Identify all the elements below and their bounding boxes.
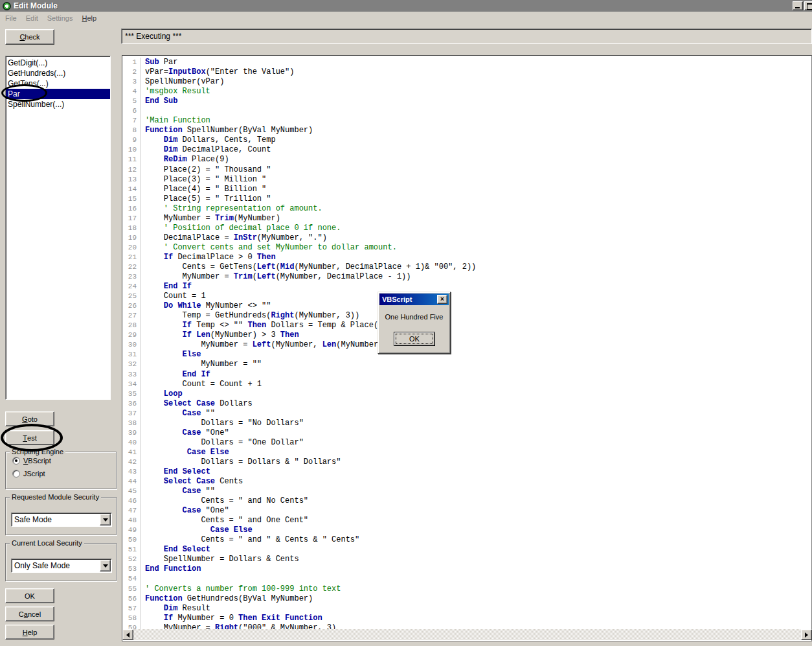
code-line[interactable]: 5End Sub (124, 97, 811, 106)
menu-item-settings[interactable]: Settings (43, 14, 78, 23)
radio-icon[interactable] (12, 470, 20, 478)
code-line[interactable]: 19 DecimalPlace = InStr(MyNumber, ".") (124, 233, 811, 243)
list-item[interactable]: GetTens(...) (6, 78, 110, 89)
local-security-select[interactable]: Only Safe Mode (11, 559, 112, 573)
code-line[interactable]: 43 End Select (124, 467, 811, 477)
code-line[interactable]: 58 If MyNumber = 0 Then Exit Function (124, 614, 811, 623)
code-line[interactable]: 46 Cents = " and No Cents" (124, 496, 811, 506)
menu-item-help[interactable]: Help (78, 14, 102, 23)
window-title: Edit Module (14, 1, 791, 10)
ok-button[interactable]: OK (5, 588, 54, 603)
arrow-left-icon[interactable] (122, 629, 133, 640)
code-text: 'msgbox Result (145, 87, 210, 97)
code-line[interactable]: 23 MyNumber = Trim(Left(MyNumber, Decima… (124, 272, 811, 282)
radio-vbscript[interactable]: VBScript (12, 456, 116, 465)
code-line[interactable]: 31 Else (124, 350, 811, 360)
code-line[interactable]: 16 ' String representation of amount. (124, 204, 811, 214)
code-line[interactable]: 13 Place(3) = " Million " (124, 175, 811, 185)
code-line[interactable]: 10 Dim DecimalPlace, Count (124, 145, 811, 155)
code-line[interactable]: 4'msgbox Result (124, 87, 811, 97)
code-line[interactable]: 37 Case "" (124, 409, 811, 419)
line-number: 33 (124, 370, 141, 380)
code-line[interactable]: 9 Dim Dollars, Cents, Temp (124, 135, 811, 145)
code-line[interactable]: 47 Case "One" (124, 506, 811, 516)
code-line[interactable]: 36 Select Case Dollars (124, 399, 811, 409)
menu-item-file[interactable]: File (1, 14, 22, 23)
list-item[interactable]: GetHundreds(...) (6, 68, 110, 78)
code-line[interactable]: 27 Temp = GetHundreds(Right(MyNumber, 3)… (124, 311, 811, 321)
code-line[interactable]: 32 MyNumber = "" (124, 360, 811, 369)
line-number: 47 (124, 506, 141, 516)
code-line[interactable]: 20 ' Convert cents and set MyNumber to d… (124, 243, 811, 253)
code-line[interactable]: 15 Place(5) = " Trillion " (124, 194, 811, 204)
code-line[interactable]: 42 Dollars = Dollars & " Dollars" (124, 457, 811, 467)
chevron-down-icon[interactable] (100, 560, 111, 571)
minimize-icon[interactable] (793, 1, 803, 10)
code-line[interactable]: 11 ReDim Place(9) (124, 155, 811, 165)
code-line[interactable]: 35 Loop (124, 389, 811, 399)
code-line[interactable]: 41 Case Else (124, 448, 811, 457)
code-line[interactable]: 39 Case "One" (124, 428, 811, 438)
status-field[interactable]: *** Executing *** (121, 29, 812, 44)
code-line[interactable]: 2vPar=InputBox("Enter the Value") (124, 67, 811, 77)
code-line[interactable]: 40 Dollars = "One Dollar" (124, 438, 811, 448)
code-line[interactable]: 34 Count = Count + 1 (124, 380, 811, 389)
check-button[interactable]: Check (5, 29, 54, 45)
code-line[interactable]: 21 If DecimalPlace > 0 Then (124, 253, 811, 262)
test-button[interactable]: Test (5, 430, 54, 445)
code-text: SpellNumber(vPar) (145, 77, 224, 87)
dialog-title-bar[interactable]: VBScript × (379, 294, 449, 305)
code-line[interactable]: 53End Function (124, 564, 811, 574)
code-line[interactable]: 7'Main Function (124, 116, 811, 126)
code-line[interactable]: 45 Case "" (124, 487, 811, 496)
code-line[interactable]: 33 End If (124, 370, 811, 380)
code-line[interactable]: 56Function GetHundreds(ByVal MyNumber) (124, 594, 811, 604)
code-line[interactable]: 1Sub Par (124, 58, 811, 67)
code-line[interactable]: 26 Do While MyNumber <> "" (124, 301, 811, 311)
code-line[interactable]: 25 Count = 1 (124, 292, 811, 301)
list-item[interactable]: SpellNumber(...) (6, 99, 110, 110)
code-line[interactable]: 48 Cents = " and One Cent" (124, 516, 811, 525)
code-line[interactable]: 49 Case Else (124, 525, 811, 535)
code-line[interactable]: 52 SpellNumber = Dollars & Cents (124, 555, 811, 564)
code-line[interactable]: 29 If Len(MyNumber) > 3 Then (124, 330, 811, 340)
code-line[interactable]: 28 If Temp <> "" Then Dollars = Temp & P… (124, 321, 811, 330)
code-line[interactable]: 12 Place(2) = " Thousand " (124, 165, 811, 175)
requested-security-select[interactable]: Safe Mode (11, 513, 112, 527)
code-text: Place(4) = " Billion " (145, 185, 266, 194)
code-line[interactable]: 30 MyNumber = Left(MyNumber, Len(MyNumbe… (124, 340, 811, 350)
code-line[interactable]: 50 Cents = " and " & Cents & " Cents" (124, 535, 811, 545)
code-line[interactable]: 57 Dim Result (124, 604, 811, 614)
code-line[interactable]: 38 Dollars = "No Dollars" (124, 419, 811, 428)
radio-icon[interactable] (12, 457, 20, 465)
code-line[interactable]: 54 (124, 574, 811, 584)
code-line[interactable]: 14 Place(4) = " Billion " (124, 185, 811, 194)
chevron-down-icon[interactable] (100, 514, 111, 525)
code-editor[interactable]: 1Sub Par2vPar=InputBox("Enter the Value"… (122, 55, 812, 641)
code-line[interactable]: 24 End If (124, 282, 811, 292)
code-line[interactable]: 55' Converts a number from 100-999 into … (124, 584, 811, 594)
goto-button[interactable]: Goto (5, 411, 54, 426)
code-line[interactable]: 22 Cents = GetTens(Left(Mid(MyNumber, De… (124, 262, 811, 272)
help-button[interactable]: Help (5, 625, 54, 640)
code-text: ReDim Place(9) (145, 155, 229, 165)
restore-icon[interactable] (804, 1, 812, 10)
list-item[interactable]: GetDigit(...) (6, 58, 110, 68)
dialog-ok-button[interactable]: OK (394, 332, 435, 346)
arrow-right-icon[interactable] (801, 629, 812, 640)
code-line[interactable]: 17 MyNumber = Trim(MyNumber) (124, 214, 811, 224)
list-item-par[interactable]: Par (6, 89, 110, 99)
close-icon[interactable]: × (437, 295, 447, 304)
code-line[interactable]: 44 Select Case Cents (124, 477, 811, 487)
code-line[interactable]: 3SpellNumber(vPar) (124, 77, 811, 87)
code-text: Count = Count + 1 (145, 380, 262, 389)
code-line[interactable]: 8Function SpellNumber(ByVal MyNumber) (124, 126, 811, 135)
radio-jscript[interactable]: JScript (12, 469, 116, 478)
horizontal-scrollbar[interactable] (122, 629, 812, 640)
menu-item-edit[interactable]: Edit (22, 14, 43, 23)
cancel-button[interactable]: Cancel (5, 606, 54, 621)
code-line[interactable]: 18 ' Position of decimal place 0 if none… (124, 224, 811, 233)
code-line[interactable]: 6 (124, 106, 811, 116)
code-line[interactable]: 51 End Select (124, 545, 811, 555)
requested-security-group: Requested Module Security Safe Mode (5, 497, 117, 535)
